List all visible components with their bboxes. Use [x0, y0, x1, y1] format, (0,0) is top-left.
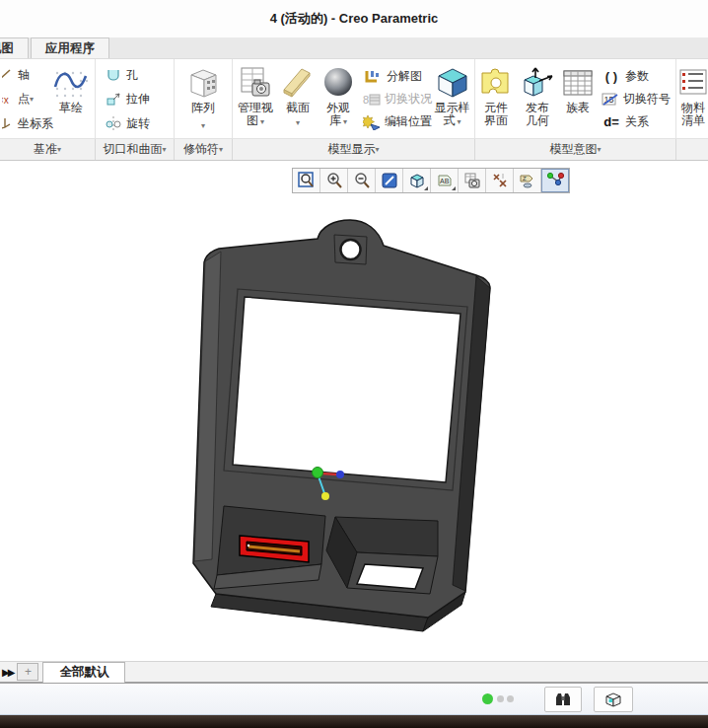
svg-text:AB: AB	[440, 178, 450, 184]
group-label-model-intent[interactable]: 模型意图	[475, 139, 675, 160]
spin-center-icon	[546, 172, 564, 189]
toggle-symbols-icon: 15	[602, 92, 619, 107]
revolve-button[interactable]: 旋转	[106, 112, 171, 134]
group-label-datum[interactable]: 基准	[0, 139, 95, 160]
model-3d-view[interactable]	[0, 161, 708, 661]
annotation-display-icon: Z	[519, 172, 536, 189]
tab-overflow-icon[interactable]: ▶▶	[0, 667, 17, 678]
status-glyph: 8	[363, 94, 369, 106]
axis-button[interactable]: 轴	[2, 64, 49, 86]
ribbon-group-model-intent: 元件界面 发布几何	[475, 59, 675, 138]
model-through-hole	[357, 564, 423, 589]
model-mount-hole	[341, 240, 361, 259]
pattern-button[interactable]: 阵列	[177, 62, 229, 138]
zoom-in-button[interactable]	[320, 169, 348, 192]
sketch-button[interactable]: 草绘	[49, 62, 93, 138]
zoom-fit-button[interactable]	[293, 169, 320, 192]
display-style-cube-icon	[408, 172, 426, 189]
hole-button[interactable]: 孔	[106, 64, 171, 86]
spin-center-toggle-button[interactable]	[541, 169, 569, 192]
zoom-in-icon	[325, 172, 343, 189]
publish-geometry-button[interactable]: 发布几何	[517, 62, 558, 138]
exploded-view-button[interactable]: 分解图	[363, 65, 426, 88]
exploded-view-icon	[363, 69, 383, 85]
svg-text:×x: ×x	[2, 95, 9, 106]
window-title: 4 (活动的) - Creo Parametric	[270, 10, 439, 28]
graphics-area[interactable]: AB Z	[0, 161, 708, 661]
ribbon-tab-row: 视图 应用程序	[0, 37, 708, 59]
display-style-toolbar-button[interactable]	[403, 169, 431, 192]
appearance-gallery-button[interactable]: 外观库	[318, 62, 359, 138]
sketch-icon	[53, 64, 89, 102]
model-tab-bar: ▶▶ + 全部默认	[0, 661, 708, 684]
group-label-cuts-surfaces[interactable]: 切口和曲面	[96, 139, 174, 160]
sections-button[interactable]: 截面	[278, 62, 318, 138]
svg-text:Z: Z	[523, 176, 527, 182]
revolve-icon	[106, 116, 123, 130]
search-button[interactable]	[544, 687, 582, 712]
zoom-fit-icon	[298, 172, 316, 189]
hole-icon	[106, 68, 123, 82]
extrude-button[interactable]: 拉伸	[106, 89, 171, 110]
bom-icon	[678, 64, 708, 102]
parameters-icon: ( )	[602, 69, 621, 84]
annotation-filter-button[interactable]: AB	[431, 169, 459, 192]
display-style-button[interactable]: 显示样式	[430, 62, 474, 138]
manage-views-icon	[239, 64, 272, 102]
bom-button[interactable]: 物料清单	[676, 62, 708, 138]
pattern-icon	[186, 64, 220, 102]
status-gray-dot	[497, 695, 504, 702]
ribbon-group-cuts-surfaces: 孔 拉伸 旋转	[96, 59, 174, 138]
group-label-model-display[interactable]: 模型显示	[233, 139, 474, 160]
point-icon: ×x	[2, 93, 15, 107]
datum-display-toggle-button[interactable]	[486, 169, 514, 192]
ribbon-group-datum: 轴 ×x 点 坐标系	[0, 59, 95, 138]
appearance-gallery-icon	[321, 64, 355, 102]
edit-position-button[interactable]: 编辑位置	[363, 110, 426, 133]
group-label-modifiers[interactable]: 修饰符	[175, 139, 232, 160]
saved-views-button[interactable]	[459, 169, 486, 192]
graphics-toolbar: AB Z	[292, 168, 570, 193]
dropdown-arrow-icon[interactable]	[201, 114, 205, 132]
relations-icon: d=	[602, 114, 621, 129]
extrude-icon	[106, 93, 123, 107]
group-label-clipped	[676, 139, 708, 160]
model-box-icon	[603, 691, 623, 708]
annotation-display-toggle-button[interactable]: Z	[514, 169, 541, 192]
toggle-symbols-button[interactable]: 15 切换符号	[602, 88, 669, 110]
tab-applications[interactable]: 应用程序	[31, 37, 109, 58]
component-interface-button[interactable]: 元件界面	[475, 62, 517, 138]
tab-view[interactable]: 视图	[0, 37, 29, 58]
coordinate-system-icon	[2, 116, 15, 130]
coordinate-system-button[interactable]: 坐标系	[2, 112, 49, 134]
add-view-tab-button[interactable]: +	[17, 663, 38, 681]
datum-display-icon	[491, 172, 509, 189]
manage-views-button[interactable]: 管理视图	[233, 62, 278, 138]
status-indicator-dots	[482, 693, 517, 704]
title-bar: 4 (活动的) - Creo Parametric	[0, 0, 708, 37]
toggle-status-icon: 8	[363, 92, 381, 108]
toggle-status-button: 8 切换状况	[363, 88, 426, 110]
repaint-button[interactable]	[376, 169, 403, 192]
family-table-icon	[562, 64, 594, 102]
zoom-out-button[interactable]	[348, 169, 376, 192]
saved-views-icon	[463, 172, 481, 189]
point-button[interactable]: ×x 点	[2, 89, 49, 110]
ribbon-group-clipped: 物料清单	[676, 59, 708, 138]
status-bar	[0, 684, 708, 715]
status-gray-dot	[507, 695, 514, 702]
tab-all-default[interactable]: 全部默认	[42, 662, 125, 683]
axis-icon	[2, 68, 15, 82]
ribbon-group-label-row: 基准 切口和曲面 修饰符 模型显示 模型意图	[0, 138, 708, 161]
model-screen-opening	[233, 297, 460, 482]
creo-parametric-window: 4 (活动的) - Creo Parametric 视图 应用程序 轴	[0, 0, 708, 728]
ribbon-group-modifiers: 阵列	[175, 59, 232, 138]
family-table-button[interactable]: 族表	[558, 62, 598, 138]
model-display-button[interactable]	[594, 687, 633, 712]
parameters-button[interactable]: ( ) 参数	[602, 65, 669, 88]
status-green-dot	[482, 693, 493, 704]
edit-position-icon	[363, 114, 381, 130]
repaint-icon	[381, 172, 398, 189]
relations-button[interactable]: d= 关系	[602, 110, 669, 133]
bottom-dark-strip	[0, 715, 708, 728]
